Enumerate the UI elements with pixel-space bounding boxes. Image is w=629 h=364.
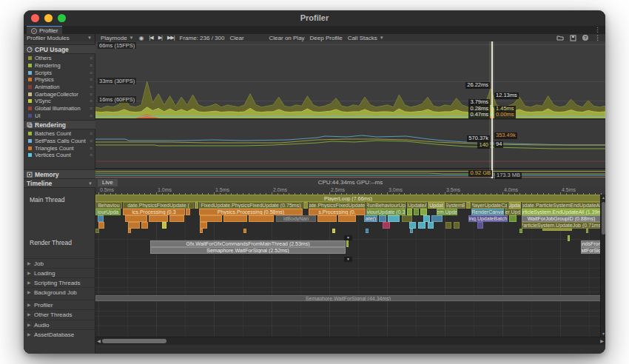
- timeline-fragment-block[interactable]: [519, 229, 522, 233]
- thread-group-background-job[interactable]: ▶Background Job: [24, 287, 95, 297]
- timeline-fragment-block[interactable]: [454, 222, 460, 229]
- timeline-fragment-block[interactable]: [423, 215, 430, 222]
- expand-rows-icon[interactable]: ▼: [344, 257, 352, 262]
- timeline-sample-block[interactable]: .PlayerUpdateCan: [471, 202, 508, 209]
- timeline-sample-block[interactable]: FixedUpdate.PhysicsFixedUpdate (0.75ms): [199, 202, 303, 209]
- thread-group-audio[interactable]: ▶Audio: [24, 320, 95, 329]
- timeline-fragment-block[interactable]: [186, 209, 190, 215]
- drag-handle-icon[interactable]: ≡: [90, 113, 92, 118]
- drag-handle-icon[interactable]: ≡: [90, 138, 92, 144]
- cpu-usage-module-header[interactable]: CPU Usage: [24, 44, 95, 54]
- scroll-down-icon[interactable]: ▼: [601, 331, 605, 337]
- legend-item-rendering[interactable]: Rendering≡: [24, 62, 95, 70]
- thread-group-loading[interactable]: ▶Loading: [24, 268, 95, 277]
- timeline-fragment-block[interactable]: [379, 215, 386, 222]
- timeline-sample-block[interactable]: tRunBehaviourUpd: [366, 202, 406, 209]
- timeline-sample-block[interactable]: em.Upda: [437, 209, 457, 215]
- previous-frame-button[interactable]: |◀: [149, 34, 153, 41]
- legend-item-triangles-count[interactable]: Triangles Count≡: [24, 144, 95, 152]
- timeline-fragment-block[interactable]: [477, 222, 483, 229]
- timeline-fragment-block[interactable]: [317, 215, 337, 222]
- timeline-fragment-block[interactable]: [332, 229, 335, 233]
- timeline-sample-block[interactable]: andsFrom: [581, 240, 601, 247]
- timeline-sample-block[interactable]: ilRenderCanvas: [471, 209, 504, 215]
- drag-handle-icon[interactable]: ≡: [90, 146, 92, 151]
- tabbar-menu-icon[interactable]: ⋮: [594, 26, 601, 34]
- thread-group-assetdatabase[interactable]: ▶AssetDatabase: [24, 329, 95, 339]
- timeline-fragment-block[interactable]: [200, 229, 203, 233]
- timeline-sample-block[interactable]: Semaphore.WaitForSignal (2.52ms): [150, 247, 346, 254]
- timeline-fragment-block[interactable]: [388, 215, 400, 222]
- vertical-scroll-thumb[interactable]: [602, 202, 605, 235]
- drag-handle-icon[interactable]: ≡: [90, 152, 92, 158]
- timeline-sample-block[interactable]: idBodyNan: [276, 215, 316, 222]
- timeline-fragment-block[interactable]: [366, 229, 369, 233]
- timeline-fragment-block[interactable]: [243, 229, 246, 233]
- cpu-usage-chart[interactable]: 66ms (15FPS)33ms (30FPS)16ms (60FPS): [95, 41, 605, 119]
- timeline-sample-block[interactable]: eUpdate.ParticleSystemEndUpdateAll (1: [522, 202, 601, 209]
- legend-item-physics[interactable]: Physics≡: [24, 76, 95, 84]
- clear-on-play-toggle[interactable]: Clear on Play: [269, 34, 305, 41]
- thread-group-job[interactable]: ▶Job: [24, 258, 95, 268]
- help-button[interactable]: ?: [582, 34, 588, 41]
- record-button[interactable]: ◉: [139, 34, 144, 41]
- timeline-sample-block[interactable]: ParticleSystem.UpdateJob (0.71ms): [522, 222, 601, 229]
- timeline-fragment-block[interactable]: [98, 222, 104, 229]
- scroll-left-icon[interactable]: ◀: [95, 337, 102, 345]
- drag-handle-icon[interactable]: ≡: [90, 70, 92, 75]
- scroll-up-icon[interactable]: ▲: [601, 195, 605, 200]
- expand-rows-icon[interactable]: ▼: [344, 235, 352, 240]
- timeline-fragment-block[interactable]: [249, 215, 274, 222]
- timeline-fragment-block[interactable]: [338, 215, 356, 222]
- timeline-sample-block[interactable]: date.PhysicsFixedUpdate (: [123, 202, 194, 209]
- timeline-sample-block[interactable]: er.Upd: [505, 209, 521, 215]
- timeline-fragment-block[interactable]: [542, 229, 572, 231]
- timeline-fragment-block[interactable]: [410, 229, 413, 233]
- timeline-sample-block[interactable]: Physics.Processing (0.58ms): [199, 209, 303, 215]
- timeline-sample-block[interactable]: Updat: [428, 202, 445, 209]
- timeline-fragment-block[interactable]: [466, 202, 471, 209]
- timeline-fragment-block[interactable]: [586, 229, 588, 233]
- drag-handle-icon[interactable]: ≡: [90, 98, 92, 104]
- drag-handle-icon[interactable]: ≡: [90, 92, 92, 97]
- timeline-fragment-block[interactable]: [431, 215, 443, 222]
- timeline-fragment-block[interactable]: [509, 215, 517, 222]
- timeline-fragment-block[interactable]: [149, 215, 168, 222]
- timeline-sample-block[interactable]: ate(): [364, 215, 377, 222]
- timeline-fragment-block[interactable]: [169, 215, 184, 222]
- timeline-fragment-block[interactable]: [420, 209, 427, 215]
- timeline-fragment-block[interactable]: [445, 222, 451, 229]
- legend-item-ui[interactable]: UI≡: [24, 112, 95, 120]
- legend-item-scripts[interactable]: Scripts≡: [24, 69, 95, 76]
- timeline-fragment-block[interactable]: [409, 222, 416, 229]
- thread-group-other-threads[interactable]: ▶Other Threads: [24, 309, 95, 319]
- horizontal-scroll-thumb[interactable]: [102, 339, 166, 343]
- horizontal-scrollbar[interactable]: ◀ ▶: [95, 337, 605, 345]
- timeline-canvas[interactable]: PlayerLoop (7.66ms)Behavioudate.PhysicsF…: [95, 195, 601, 337]
- thread-group-profiler[interactable]: ▶Profiler: [24, 300, 95, 309]
- timeline-sample-block[interactable]: Updat: [508, 202, 521, 209]
- legend-item-vsync[interactable]: VSync≡: [24, 98, 95, 105]
- drag-handle-icon[interactable]: ≡: [90, 77, 92, 82]
- timeline-sample-block[interactable]: PlayerLoop (7.66ms): [95, 195, 601, 202]
- timeline-fragment-block[interactable]: [200, 215, 222, 222]
- selected-frame-line[interactable]: [491, 41, 493, 178]
- timeline-fragment-block[interactable]: [383, 222, 390, 229]
- timeline-fragment-block[interactable]: [128, 229, 131, 233]
- legend-item-batches-count[interactable]: Batches Count≡: [24, 130, 95, 138]
- legend-item-garbagecollector[interactable]: GarbageCollector≡: [24, 90, 95, 98]
- thread-label-render-thread[interactable]: Render Thread: [30, 239, 72, 246]
- timeline-sample-block[interactable]: ParticleSystem.EndUpdateAll (1.39ms): [522, 209, 601, 215]
- timeline-sample-block[interactable]: SystemB: [445, 202, 465, 209]
- drag-handle-icon[interactable]: ≡: [90, 55, 92, 61]
- timeline-view-dropdown[interactable]: Timeline ▼: [24, 178, 95, 188]
- load-profile-button[interactable]: [556, 34, 564, 41]
- timeline-sample-block[interactable]: rUpdateA: [407, 202, 427, 209]
- timeline-fragment-block[interactable]: [162, 222, 166, 229]
- profiler-modules-dropdown[interactable]: Profiler Modules ▼: [24, 34, 95, 41]
- timeline-fragment-block[interactable]: [402, 215, 412, 222]
- timeline-fragment-block[interactable]: [303, 202, 308, 209]
- legend-item-animation[interactable]: Animation≡: [24, 84, 95, 91]
- timeline-sample-block[interactable]: ate.PhysicsFixedUpdate: [309, 202, 366, 209]
- timeline-sample-block[interactable]: Behaviou: [95, 202, 122, 209]
